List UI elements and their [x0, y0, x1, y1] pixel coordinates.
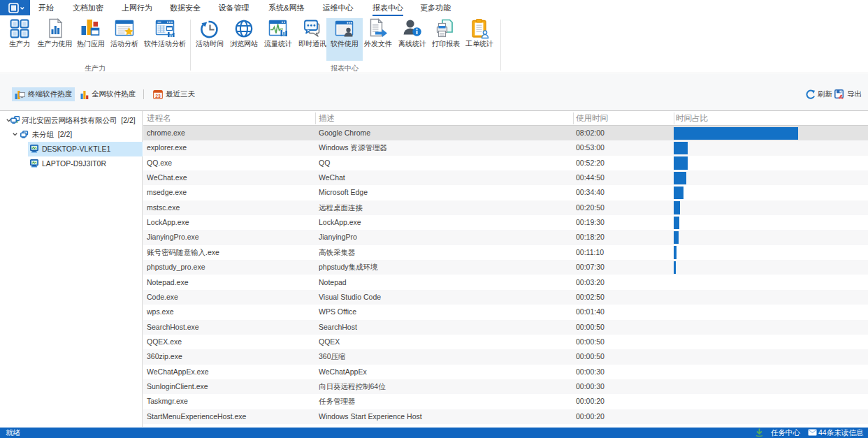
svg-text:23: 23 [155, 93, 161, 98]
